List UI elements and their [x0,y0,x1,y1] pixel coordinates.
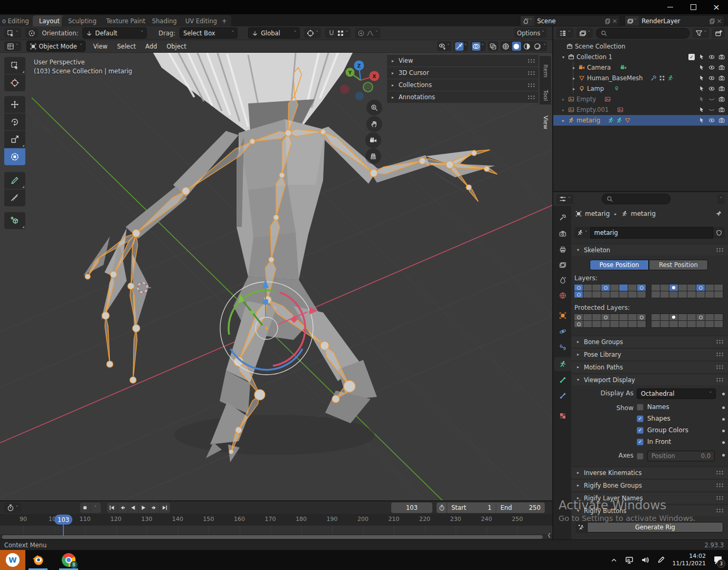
taskbar-blender[interactable] [25,550,51,570]
shading-wireframe-button[interactable] [502,42,510,51]
layer-toggle[interactable] [592,291,601,298]
tab-output[interactable] [554,243,571,256]
layer-toggle[interactable] [651,291,660,298]
layer-toggle[interactable] [705,284,714,291]
snap-toggle-icon[interactable] [328,30,335,37]
drag-dots-icon[interactable] [716,483,724,488]
bone-joint[interactable] [466,185,471,190]
layer-toggle[interactable] [714,291,723,298]
layer-toggle[interactable] [619,321,628,327]
fake-user-button[interactable] [713,227,725,239]
hide-icon[interactable] [708,86,715,92]
playhead-line[interactable] [63,525,64,536]
timeline-ruler[interactable]: 9010011012013014015016017018019020021022… [0,514,552,526]
checkbox-in-front[interactable] [637,439,644,445]
sidebar-tab-view[interactable]: View [540,104,551,140]
panel-pose-library[interactable]: ▸Pose Library [571,348,728,360]
tool-measure[interactable] [4,189,25,206]
pan-button[interactable] [366,116,382,132]
drag-dots-icon[interactable] [527,71,535,75]
next-keyframe-button[interactable] [149,502,160,513]
armature-bone[interactable] [136,191,186,233]
armature-name-input[interactable]: metarig [590,227,714,239]
layer-toggle[interactable] [583,321,592,327]
layer-toggle[interactable] [705,314,714,320]
panel-motion-paths[interactable]: ▸Motion Paths [571,361,728,373]
navigation-gizmo[interactable]: Z Y X [337,56,385,102]
layer-toggle[interactable] [669,314,678,320]
layer-toggle[interactable] [660,291,669,298]
bone-joint[interactable] [370,169,377,177]
layer-toggle[interactable] [628,314,637,320]
render-visibility-icon[interactable] [718,96,725,102]
hide-icon[interactable] [708,75,715,81]
layer-toggle[interactable] [678,291,687,298]
workspace-tab-sculpting[interactable]: Sculpting [62,15,103,26]
menu-select[interactable]: Select [115,42,138,51]
remove-layer-icon[interactable]: × [716,17,722,25]
checkbox-shapes[interactable] [637,415,644,422]
scene-name[interactable]: Scene [534,17,603,25]
add-workspace-button[interactable]: + [218,15,231,26]
tab-object[interactable] [554,309,571,322]
disclosure-icon[interactable]: ▾ [561,55,566,60]
taskbar-clock[interactable]: 14:02 11/11/2021 [673,553,706,567]
bone-joint[interactable] [229,450,233,454]
outliner-row-collection-1[interactable]: ▾ Collection 1 ✓ [553,52,728,62]
scrollbar-thumb[interactable] [2,535,543,539]
tab-bone[interactable] [554,373,571,387]
layer-toggle[interactable] [583,284,592,291]
bone-joint[interactable] [320,129,326,135]
falloff-curve-icon[interactable] [366,30,374,37]
bone-joint[interactable] [133,230,140,237]
scroll-arrow-icon[interactable]: ❮ [547,533,551,538]
tab-render[interactable] [554,227,571,241]
use-preview-range-button[interactable] [437,502,447,513]
layer-toggle[interactable] [592,321,601,327]
jump-to-start-button[interactable] [107,502,118,513]
workspace-tab-texture-paint[interactable]: Texture Paint [100,15,152,26]
jump-to-end-button[interactable] [160,502,170,513]
disclosure-icon[interactable]: ▸ [571,87,576,91]
tool-rotate[interactable] [4,113,25,130]
selectable-icon[interactable] [698,107,705,113]
hide-icon[interactable] [708,54,715,60]
timeline-scrollbar[interactable]: ❮ [0,534,552,539]
disclosure-icon[interactable]: ▸ [561,108,566,112]
tab-physics[interactable] [554,325,571,338]
playhead-badge[interactable]: 103 [54,515,72,525]
pen-icon[interactable] [657,556,665,564]
layer-toggle[interactable] [583,291,592,298]
layer-toggle[interactable] [705,321,714,327]
disclosure-icon[interactable]: ▸ [571,65,576,70]
bone-joint[interactable] [254,390,265,400]
outliner-filter-button[interactable]: ˅ [693,28,710,38]
layer-toggle[interactable] [696,291,705,298]
menu-view[interactable]: View [91,42,109,51]
layer-toggle[interactable] [583,314,592,320]
hide-icon[interactable] [708,117,715,124]
animate-dot[interactable] [722,441,725,444]
disclosure-icon[interactable]: ▸ [571,76,576,81]
end-frame-field[interactable]: End250 [496,502,545,513]
menu-add[interactable]: Add [143,42,159,51]
layer-toggle[interactable] [687,321,696,327]
render-visibility-icon[interactable] [718,107,725,113]
shading-material-button[interactable] [523,42,532,51]
layer-toggle[interactable] [687,291,696,298]
show-object-types-dropdown[interactable]: ˅ [437,41,451,51]
drag-dots-icon[interactable] [716,352,724,357]
render-visibility-icon[interactable] [718,75,725,81]
layer-toggle[interactable] [592,284,601,291]
tab-tool[interactable] [554,211,571,224]
pin-icon[interactable] [715,210,722,217]
layer-toggle[interactable] [601,291,610,298]
armature-bone[interactable] [105,316,110,364]
selectable-icon[interactable] [698,75,705,81]
bone-joint[interactable] [128,283,134,289]
layer-toggle[interactable] [687,284,696,291]
selectable-icon[interactable] [698,96,705,102]
armature-data-icon[interactable] [616,117,622,124]
animate-dot[interactable] [722,454,725,457]
disclosure-icon[interactable]: ▸ [561,118,566,123]
